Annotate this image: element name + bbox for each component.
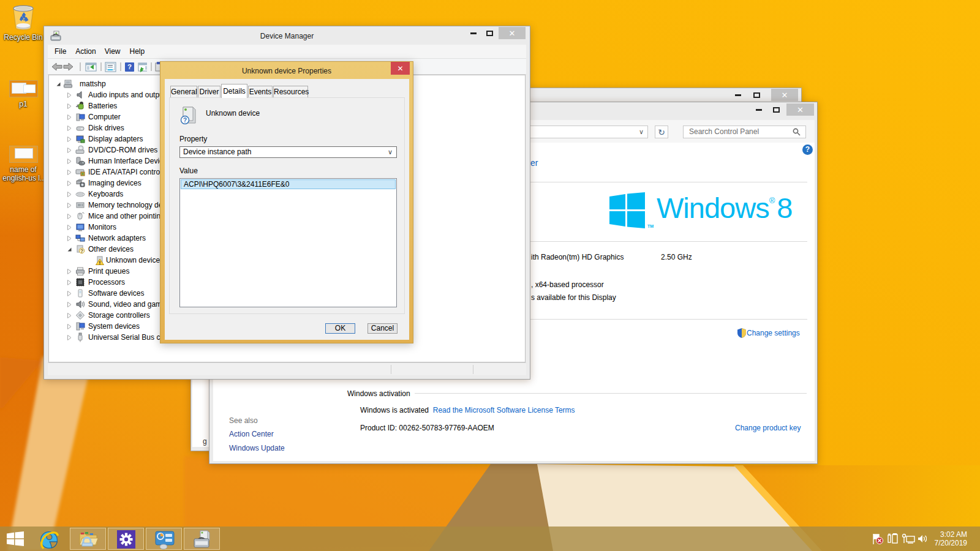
svg-text:?: ? [183,117,187,124]
svg-text:?: ? [127,63,132,70]
